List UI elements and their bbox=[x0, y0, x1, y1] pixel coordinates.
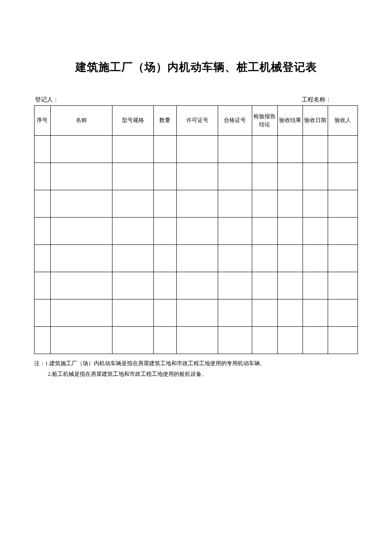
cell-seq bbox=[35, 218, 51, 245]
cell-qty bbox=[153, 190, 176, 218]
cell-result bbox=[277, 272, 303, 299]
cell-qty bbox=[153, 245, 176, 272]
col-header-report: 检验报告结论 bbox=[252, 106, 277, 136]
cell-name bbox=[50, 136, 112, 163]
notes-section: 注：1.建筑施工厂（场）内机动车辆是指在房屋建筑工地和市政工程工地使用的专用机动… bbox=[34, 358, 358, 379]
cell-model bbox=[112, 136, 154, 163]
cell-license bbox=[176, 299, 218, 327]
cell-license bbox=[176, 272, 218, 299]
col-header-seq: 序号 bbox=[35, 106, 51, 136]
header-row: 登记人： 工程名称： bbox=[34, 96, 358, 104]
cell-person bbox=[328, 190, 357, 218]
cell-date bbox=[303, 218, 328, 245]
cell-report bbox=[252, 327, 277, 354]
cell-seq bbox=[35, 272, 51, 299]
cell-cert bbox=[218, 245, 252, 272]
cell-person bbox=[328, 245, 357, 272]
note-line-1: 注：1.建筑施工厂（场）内机动车辆是指在房屋建筑工地和市政工程工地使用的专用机动… bbox=[34, 358, 358, 369]
cell-person bbox=[328, 163, 357, 190]
cell-person bbox=[328, 218, 357, 245]
cell-result bbox=[277, 163, 303, 190]
cell-report bbox=[252, 163, 277, 190]
cell-model bbox=[112, 327, 154, 354]
cell-date bbox=[303, 163, 328, 190]
cell-seq bbox=[35, 245, 51, 272]
cell-seq bbox=[35, 299, 51, 327]
cell-cert bbox=[218, 299, 252, 327]
cell-report bbox=[252, 218, 277, 245]
cell-date bbox=[303, 299, 328, 327]
cell-model bbox=[112, 272, 154, 299]
cell-result bbox=[277, 136, 303, 163]
cell-date bbox=[303, 136, 328, 163]
cell-person bbox=[328, 299, 357, 327]
cell-qty bbox=[153, 218, 176, 245]
cell-license bbox=[176, 163, 218, 190]
col-header-name: 名称 bbox=[50, 106, 112, 136]
document-title: 建筑施工厂（场）内机动车辆、桩工机械登记表 bbox=[34, 60, 358, 75]
table-row bbox=[35, 218, 358, 245]
cell-name bbox=[50, 272, 112, 299]
cell-report bbox=[252, 190, 277, 218]
cell-report bbox=[252, 272, 277, 299]
cell-result bbox=[277, 190, 303, 218]
cell-model bbox=[112, 218, 154, 245]
cell-license bbox=[176, 136, 218, 163]
col-header-qty: 数量 bbox=[153, 106, 176, 136]
cell-cert bbox=[218, 136, 252, 163]
cell-seq bbox=[35, 327, 51, 354]
cell-model bbox=[112, 299, 154, 327]
table-row bbox=[35, 327, 358, 354]
cell-cert bbox=[218, 218, 252, 245]
cell-seq bbox=[35, 136, 51, 163]
col-header-date: 验收日期 bbox=[303, 106, 328, 136]
cell-result bbox=[277, 299, 303, 327]
cell-result bbox=[277, 245, 303, 272]
cell-seq bbox=[35, 163, 51, 190]
cell-qty bbox=[153, 163, 176, 190]
cell-qty bbox=[153, 272, 176, 299]
cell-cert bbox=[218, 327, 252, 354]
cell-result bbox=[277, 327, 303, 354]
cell-name bbox=[50, 163, 112, 190]
cell-date bbox=[303, 272, 328, 299]
cell-qty bbox=[153, 136, 176, 163]
col-header-person: 验收人 bbox=[328, 106, 357, 136]
cell-license bbox=[176, 218, 218, 245]
cell-qty bbox=[153, 327, 176, 354]
col-header-result: 验收结果 bbox=[277, 106, 303, 136]
cell-name bbox=[50, 190, 112, 218]
table-row bbox=[35, 272, 358, 299]
cell-report bbox=[252, 245, 277, 272]
registrant-label: 登记人： bbox=[35, 96, 59, 104]
cell-cert bbox=[218, 190, 252, 218]
cell-date bbox=[303, 190, 328, 218]
cell-qty bbox=[153, 299, 176, 327]
col-header-cert: 合格证号 bbox=[218, 106, 252, 136]
table-row bbox=[35, 299, 358, 327]
cell-result bbox=[277, 218, 303, 245]
cell-person bbox=[328, 327, 357, 354]
note-line-2: 2.桩工机械是指在房屋建筑工地和市政工程工地使用的桩机设备。 bbox=[34, 369, 358, 380]
table-header-row: 序号 名称 型号规格 数量 许可证号 合格证号 检验报告结论 验收结果 验收日期… bbox=[35, 106, 358, 136]
cell-license bbox=[176, 245, 218, 272]
cell-name bbox=[50, 245, 112, 272]
cell-report bbox=[252, 299, 277, 327]
col-header-model: 型号规格 bbox=[112, 106, 154, 136]
cell-license bbox=[176, 190, 218, 218]
cell-model bbox=[112, 245, 154, 272]
cell-name bbox=[50, 299, 112, 327]
cell-seq bbox=[35, 190, 51, 218]
table-row bbox=[35, 163, 358, 190]
cell-person bbox=[328, 136, 357, 163]
cell-date bbox=[303, 245, 328, 272]
cell-name bbox=[50, 218, 112, 245]
cell-cert bbox=[218, 163, 252, 190]
table-row bbox=[35, 190, 358, 218]
cell-license bbox=[176, 327, 218, 354]
cell-model bbox=[112, 190, 154, 218]
cell-report bbox=[252, 136, 277, 163]
table-row bbox=[35, 245, 358, 272]
table-row bbox=[35, 136, 358, 163]
col-header-license: 许可证号 bbox=[176, 106, 218, 136]
